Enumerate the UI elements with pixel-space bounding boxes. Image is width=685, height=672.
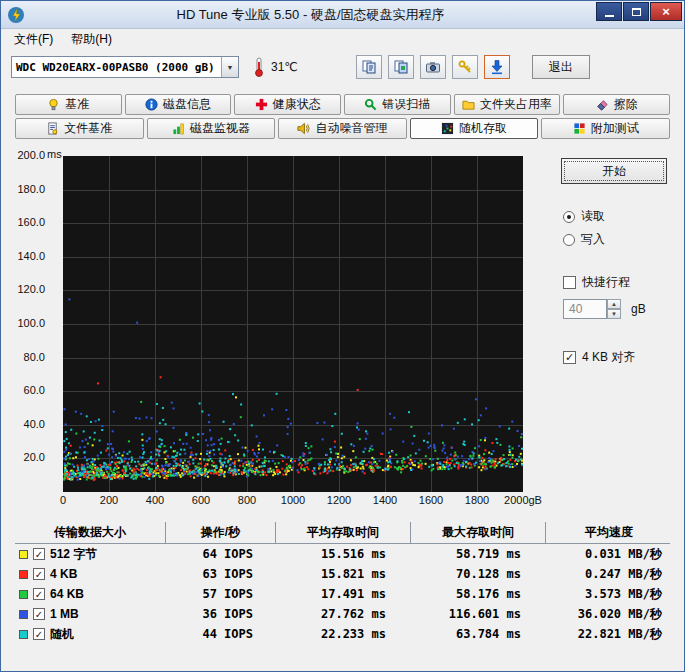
legend-cell: ✓ 随机 xyxy=(15,626,165,643)
series-checkbox[interactable]: ✓ xyxy=(33,588,45,600)
x-tick-label: 1200 xyxy=(327,494,351,506)
y-tick-label: 120.0 xyxy=(11,283,45,295)
avg-speed-value: 22.821 MB/秒 xyxy=(545,626,672,643)
exit-button[interactable]: 退出 xyxy=(532,55,590,79)
menubar: 文件(F) 帮助(H) xyxy=(1,29,684,50)
y-tick-label: 60.0 xyxy=(11,384,45,396)
legend-cell: ✓ 64 KB xyxy=(15,587,165,601)
tab-error-scan[interactable]: 错误扫描 xyxy=(344,94,451,115)
series-checkbox[interactable]: ✓ xyxy=(33,628,45,640)
header-avg-access: 平均存取时间 xyxy=(275,522,410,543)
screenshot-button[interactable] xyxy=(420,55,446,79)
copy-text-button[interactable] xyxy=(356,55,382,79)
tab-label: 错误扫描 xyxy=(382,96,430,113)
menu-help[interactable]: 帮助(H) xyxy=(62,29,121,50)
minimize-button[interactable] xyxy=(596,2,622,21)
tab-extra-tests[interactable]: 附加测试 xyxy=(541,118,670,139)
tab-label: 自动噪音管理 xyxy=(315,120,387,137)
avg-access-value: 15.821 ms xyxy=(275,567,410,581)
hdtune-window: HD Tune 专业版 5.50 - 硬盘/固态硬盘实用程序 × 文件(F) 帮… xyxy=(0,0,685,672)
tab-health[interactable]: 健康状态 xyxy=(234,94,341,115)
x-tick-label: 0 xyxy=(60,494,66,506)
short-stroke-checkbox[interactable]: 快捷行程 xyxy=(563,274,676,291)
checkbox-unchecked-icon xyxy=(563,276,576,289)
short-stroke-size-group: 40 ▲ ▼ gB xyxy=(563,299,676,319)
series-checkbox[interactable]: ✓ xyxy=(33,548,45,560)
align-4kb-checkbox[interactable]: ✓ 4 KB 对齐 xyxy=(563,349,676,366)
series-checkbox[interactable]: ✓ xyxy=(33,608,45,620)
series-color-swatch xyxy=(19,570,28,579)
tab-benchmark[interactable]: 基准 xyxy=(15,94,122,115)
app-icon xyxy=(7,6,25,24)
y-tick-label: 80.0 xyxy=(11,351,45,363)
write-radio[interactable]: 写入 xyxy=(563,231,676,248)
start-button[interactable]: 开始 xyxy=(561,158,667,184)
tab-label: 文件夹占用率 xyxy=(480,96,552,113)
iops-value: 44 IOPS xyxy=(165,627,275,641)
avg-access-value: 17.491 ms xyxy=(275,587,410,601)
series-label: 4 KB xyxy=(50,567,77,581)
random-access-icon xyxy=(441,122,454,135)
maximize-button[interactable] xyxy=(623,2,649,21)
read-radio[interactable]: 读取 xyxy=(563,208,676,225)
tab-aam[interactable]: 自动噪音管理 xyxy=(278,118,407,139)
table-row: ✓ 512 字节 64 IOPS 15.516 ms 58.719 ms 0.0… xyxy=(15,544,670,564)
random-access-chart: ms 200.0180.0160.0140.0120.0100.080.060.… xyxy=(9,150,543,512)
align-4kb-label: 4 KB 对齐 xyxy=(582,349,635,366)
header-iops: 操作/秒 xyxy=(165,522,275,543)
camera-icon xyxy=(425,59,441,75)
tab-erase[interactable]: 擦除 xyxy=(563,94,670,115)
max-access-value: 58.719 ms xyxy=(410,547,545,561)
tab-label: 健康状态 xyxy=(273,96,321,113)
series-label: 随机 xyxy=(50,626,74,643)
avg-access-value: 22.233 ms xyxy=(275,627,410,641)
health-cross-icon xyxy=(255,98,268,111)
side-panel: 开始 读取 写入 快捷行程 40 ▲ ▼ gB xyxy=(543,150,676,512)
max-access-value: 58.176 ms xyxy=(410,587,545,601)
table-row: ✓ 随机 44 IOPS 22.233 ms 63.784 ms 22.821 … xyxy=(15,624,670,644)
tab-disk-info[interactable]: 磁盘信息 xyxy=(125,94,232,115)
legend-cell: ✓ 4 KB xyxy=(15,567,165,581)
y-tick-label: 200.0 xyxy=(11,149,45,161)
short-stroke-size-input[interactable]: 40 xyxy=(563,299,607,319)
x-tick-label: 2000gB xyxy=(504,494,542,506)
x-tick-label: 1600 xyxy=(419,494,443,506)
spinner-down-button[interactable]: ▼ xyxy=(607,309,621,319)
header-avg-speed: 平均速度 xyxy=(545,522,672,543)
save-results-button[interactable] xyxy=(484,55,510,79)
series-color-swatch xyxy=(19,630,28,639)
folder-icon xyxy=(462,98,475,111)
options-button[interactable] xyxy=(452,55,478,79)
y-tick-label: 100.0 xyxy=(11,317,45,329)
dropdown-arrow-icon[interactable]: ▼ xyxy=(221,57,238,77)
read-radio-label: 读取 xyxy=(581,208,605,225)
tab-folder-usage[interactable]: 文件夹占用率 xyxy=(454,94,561,115)
radio-selected-icon xyxy=(563,211,575,223)
iops-value: 57 IOPS xyxy=(165,587,275,601)
copy-image-button[interactable] xyxy=(388,55,414,79)
tab-label: 磁盘监视器 xyxy=(190,120,250,137)
tab-file-benchmark[interactable]: 文件基准 xyxy=(15,118,144,139)
close-button[interactable]: × xyxy=(650,2,682,21)
series-checkbox[interactable]: ✓ xyxy=(33,568,45,580)
tab-label: 基准 xyxy=(65,96,89,113)
x-tick-label: 400 xyxy=(146,494,164,506)
maximize-icon xyxy=(632,8,641,16)
menu-file[interactable]: 文件(F) xyxy=(5,29,62,50)
thermometer-icon xyxy=(253,57,265,77)
spinner-up-button[interactable]: ▲ xyxy=(607,299,621,309)
tab-label: 附加测试 xyxy=(591,120,639,137)
tab-label: 文件基准 xyxy=(64,120,112,137)
tab-row-2: 文件基准 磁盘监视器 自动噪音管理 随机存取 附加测试 xyxy=(15,118,670,139)
avg-access-value: 15.516 ms xyxy=(275,547,410,561)
drive-select[interactable]: WDC WD20EARX-00PASB0 (2000 gB) ▼ xyxy=(11,56,239,78)
max-access-value: 70.128 ms xyxy=(410,567,545,581)
table-row: ✓ 1 MB 36 IOPS 27.762 ms 116.601 ms 36.0… xyxy=(15,604,670,624)
series-color-swatch xyxy=(19,610,28,619)
tab-disk-monitor[interactable]: 磁盘监视器 xyxy=(147,118,276,139)
titlebar[interactable]: HD Tune 专业版 5.50 - 硬盘/固态硬盘实用程序 × xyxy=(1,1,684,29)
speaker-icon xyxy=(297,122,310,135)
minimize-icon xyxy=(605,15,614,17)
y-tick-label: 140.0 xyxy=(11,250,45,262)
tab-random-access[interactable]: 随机存取 xyxy=(410,118,539,139)
